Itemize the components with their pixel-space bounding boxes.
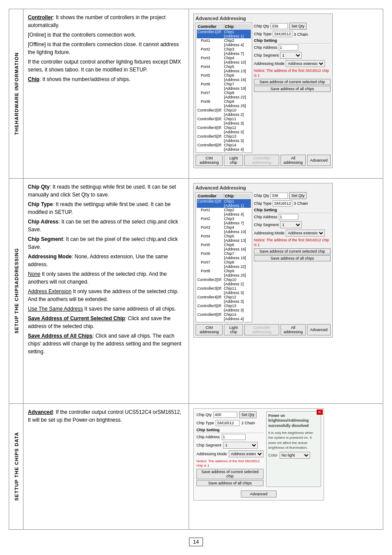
tree-2[interactable]: Controller Chip Controller1[0f: Chip1 [A…: [196, 192, 252, 322]
tree-row2-port3[interactable]: Port3 Chip4 [Address 10]: [197, 225, 251, 234]
advanced-btn-1[interactable]: Advanced: [307, 155, 331, 166]
tree-row-port8[interactable]: Port8 Chip9 [Address 25]: [197, 99, 251, 108]
tree-row-port1[interactable]: Port1 Chip2 [Address 4]: [197, 38, 251, 47]
tree-row-port7[interactable]: Port7 Chip8 [Address 22]: [197, 91, 251, 99]
notice-2: Notice: The address of the first SM16512…: [254, 238, 331, 247]
cd-chipqty-row: Chip Qty Set Qty: [196, 411, 264, 418]
tree-row2-ctrl4[interactable]: Controller4[0f: Chip12 [Address 3]: [197, 295, 251, 304]
light-btn-1[interactable]: Light chip: [224, 155, 243, 166]
para-advanced: Advanced: If the controller output contr…: [28, 408, 184, 424]
close-btn-3[interactable]: ✕: [317, 409, 323, 415]
tree-row2-port2[interactable]: Port2 Chip3 [Address 7]: [197, 217, 251, 225]
tree-row-ctrl6[interactable]: Controller6[0f: Chip14 [Address 4]: [197, 143, 251, 152]
cd-setqty-btn[interactable]: Set Qty: [239, 411, 257, 418]
tree-row-ctrl5[interactable]: Controller5[0f: Chip13 [Address 3]: [197, 134, 251, 143]
set-qty-btn-1[interactable]: Set Qty: [289, 23, 307, 30]
tree-row2-port6[interactable]: Port6 Chip7 [Address 19]: [197, 251, 251, 260]
cd-save-all-btn[interactable]: Save address of all chips: [196, 480, 264, 486]
tree-row2-ctrl3[interactable]: Controller3[0f: Chip11 [Address 3]: [197, 286, 251, 295]
para-online: [Online] is that the controllers connect…: [28, 31, 184, 39]
tree-row-port5[interactable]: Port5 Chip6 [Address 16]: [197, 73, 251, 82]
cd-right-panel: Power on brightness/Addressing successfu…: [266, 411, 321, 487]
underline-sameaddr: Use The Same Address: [28, 306, 83, 312]
tree-col1-header: Controller: [197, 24, 224, 29]
tree-row2-ctrl6[interactable]: Controller6[0f: Chip14 [Address 4]: [197, 312, 251, 321]
para-controller: Controller: It shows the number of contr…: [28, 14, 184, 29]
content-hardware: Controller: It shows the number of contr…: [24, 9, 189, 179]
tree-col1-header-2: Controller: [197, 193, 224, 199]
tree-row-port4[interactable]: Port4 Chip5 [Address 13]: [197, 64, 251, 73]
addr-mode-row-2: Addressing Mode Address extension: [254, 230, 331, 237]
chip-type-input-2[interactable]: [273, 200, 292, 206]
tree-row2-port1[interactable]: Port1 Chip2 [Address 4]: [197, 208, 251, 217]
cd-addrmode-select[interactable]: Address extension: [229, 450, 264, 457]
chip-seg-select-2[interactable]: 1: [280, 221, 302, 228]
tree-row2-ctrl5[interactable]: Controller5[0f: Chip13 [Address 3]: [197, 304, 251, 312]
cd-color-select[interactable]: No light: [280, 452, 310, 459]
save-current-btn-1[interactable]: Save address of current selected chip: [254, 79, 331, 85]
tree-row2-chip1[interactable]: Controller1[0f: Chip1 [Address 1]: [197, 199, 251, 208]
cd-advanced-btn-container: Advanced: [196, 491, 321, 497]
tree-1[interactable]: Controller Chip Controller1[0f: Chip1 [A…: [196, 23, 252, 153]
tree-panel-2: Controller Chip Controller1[0f: Chip1 [A…: [196, 192, 252, 322]
bold-chip: Chip: [28, 76, 40, 82]
bold-chipseg: Chip Segment: [28, 236, 63, 242]
all-btn-2[interactable]: All addressing: [280, 324, 306, 335]
adv-panel-1: Advanced Addressing Controller Chip Cont…: [193, 14, 333, 168]
controller-btn-1[interactable]: Controller addressing: [244, 155, 279, 166]
save-current-btn-2[interactable]: Save address of current selected chip: [254, 248, 331, 254]
tree-row-ctrl4[interactable]: Controller4[0f: Chip12 [Address 3]: [197, 125, 251, 134]
content-addressing: Chip Qty: It reads the settingup while f…: [24, 178, 189, 403]
tree-row2-port5[interactable]: Port5 Chip6 [Address 16]: [197, 243, 251, 251]
chip-qty-input-2[interactable]: [270, 193, 288, 199]
chip-seg-label-2: Chip Segment: [254, 223, 279, 227]
save-all-btn-1[interactable]: Save address of all chips: [254, 86, 331, 92]
cd-chiptype-input[interactable]: [216, 420, 240, 426]
sidebar-chipsdata: SETTUP THE CHIPS DATA: [9, 403, 24, 529]
cd-chipseg-select[interactable]: 1: [223, 442, 258, 449]
cd-chipqty-label: Chip Qty: [196, 413, 212, 417]
addr-mode-select-2[interactable]: Address extension: [286, 230, 325, 237]
chip-seg-select-1[interactable]: 1: [280, 52, 302, 59]
chip-addr-input-2[interactable]: [279, 214, 298, 220]
advanced-btn-2[interactable]: Advanced: [307, 324, 331, 335]
tree-row-ctrl2[interactable]: Controller2[0f: Chip10 [Address 2]: [197, 108, 251, 117]
content-chipsdata: Advanced: If the controller output contr…: [24, 403, 189, 529]
cd-color-label: Color: [268, 453, 278, 458]
chip-seg-row-2: Chip Segment 1: [254, 221, 331, 228]
cim-btn-1[interactable]: CIM addressing: [196, 155, 223, 166]
chip-addr-input-1[interactable]: [279, 44, 298, 51]
tree-panel-1: Controller Chip Controller1[0f: Chip1 [A…: [196, 23, 252, 153]
cd-chipaddr-input[interactable]: [222, 434, 246, 440]
set-qty-btn-2[interactable]: Set Qty: [289, 192, 307, 199]
cd-layout: Chip Qty Set Qty Chip Type 2 Chain Chip …: [196, 411, 321, 487]
all-btn-1[interactable]: All addressing: [280, 155, 306, 166]
tree-row-ctrl3[interactable]: Controller3[0f: Chip11 [Address 3]: [197, 117, 251, 125]
cd-advanced-btn[interactable]: Advanced: [241, 491, 277, 497]
tree-row-chip1[interactable]: Controller1[0f: Chip1 [Address 1]: [197, 30, 251, 38]
cim-btn-2[interactable]: CIM addressing: [196, 324, 223, 335]
cd-chipqty-input[interactable]: [213, 412, 237, 418]
tree-row2-ctrl2[interactable]: Controller2[0f: Chip10 [Address 2]: [197, 278, 251, 286]
chip-setting-title-1: Chip Setting: [254, 38, 331, 44]
chip-type-label-2: Chip Type: [254, 201, 271, 206]
chip-type-input-1[interactable]: [273, 31, 292, 37]
tree-row2-port8[interactable]: Port8 Chip9 [Address 25]: [197, 269, 251, 278]
para-addrmode: Addressing Mode: None, Address extension…: [28, 253, 184, 268]
bold-savecurrent: Save Address of Current Selected Chip: [28, 315, 125, 321]
tree-row-port3[interactable]: Port3 Chip4 [Address 10]: [197, 56, 251, 64]
chip-qty-input-1[interactable]: [270, 23, 288, 29]
para-chipadrs: Chip Adress: It can be set the adress of…: [28, 218, 184, 234]
tree-row-port2[interactable]: Port2 Chip3 [Address 7]: [197, 47, 251, 56]
controller-btn-2[interactable]: Controller addressing: [244, 324, 279, 335]
light-btn-2[interactable]: Light chip: [224, 324, 243, 335]
tree-row-port6[interactable]: Port6 Chip7 [Address 19]: [197, 82, 251, 91]
addr-mode-select-1[interactable]: Address extension: [286, 60, 325, 67]
save-all-btn-2[interactable]: Save address of all chips: [254, 255, 331, 261]
tree-row2-port7[interactable]: Port7 Chip8 [Address 22]: [197, 260, 251, 269]
tree-row2-port4[interactable]: Port4 Chip5 [Address 13]: [197, 234, 251, 243]
para-chipqty: Chip Qty: It reads the settingup while f…: [28, 183, 184, 199]
cd-save-current-btn[interactable]: Save address of current selected chip: [196, 469, 264, 479]
cd-chipseg-row: Chip Segment 1: [196, 442, 264, 449]
tree-col2-header-2: Chip: [224, 193, 251, 199]
